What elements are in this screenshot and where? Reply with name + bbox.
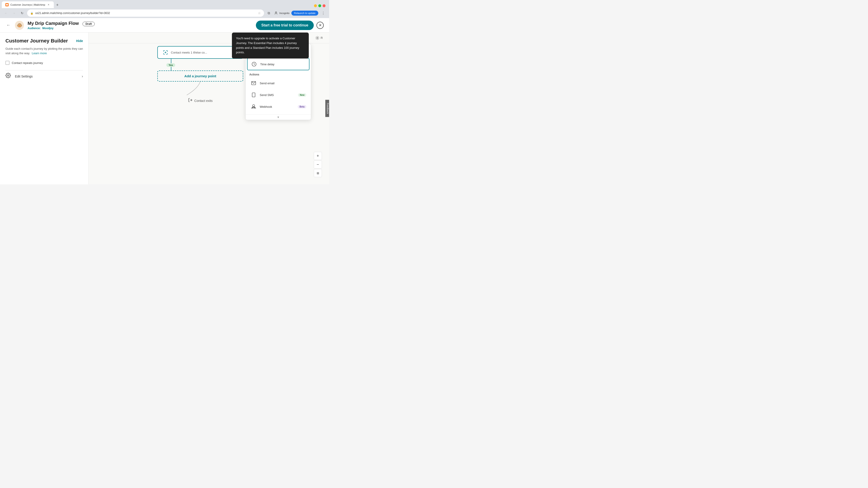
webhook-label: Webhook <box>260 105 272 108</box>
address-bar[interactable]: 🔒 us21.admin.mailchimp.com/customer-jour… <box>27 9 264 17</box>
settings-icon <box>5 73 13 80</box>
svg-point-1 <box>275 12 277 13</box>
close-header-button[interactable]: ✕ <box>316 22 324 29</box>
contact-repeats-label: Contact repeats journey <box>12 61 43 65</box>
sidebar-description: Guide each contact's journey by plotting… <box>5 46 83 55</box>
recenter-button[interactable]: R <box>313 35 326 41</box>
campaign-info: My Drip Campaign Flow Draft Audience: Mo… <box>28 21 252 30</box>
beta-badge: Beta <box>298 105 306 108</box>
contact-exits-node: Contact exits <box>185 95 215 106</box>
send-sms-label: Send SMS <box>260 93 274 97</box>
contact-repeats-row[interactable]: Contact repeats journey <box>5 61 83 65</box>
audience-name: Moodjoy <box>42 27 53 30</box>
main-area: Customer Journey Builder Hide Guide each… <box>0 33 329 184</box>
svg-point-2 <box>7 75 9 76</box>
clock-icon <box>251 61 257 68</box>
browser-chrome: Customer Journeys | Mailchimp × + ← → ↻ … <box>0 0 329 18</box>
yes-badge: Yes <box>166 63 175 67</box>
new-tab-button[interactable]: + <box>54 2 61 8</box>
feedback-tab[interactable]: Feedback <box>325 100 329 117</box>
tab-close-icon[interactable]: × <box>47 3 50 6</box>
edit-settings-row[interactable]: Edit Settings › <box>5 70 83 82</box>
draft-badge: Draft <box>83 22 95 26</box>
svg-rect-12 <box>252 93 255 97</box>
back-button[interactable]: ← <box>3 10 9 16</box>
browser-tab-active[interactable]: Customer Journeys | Mailchimp × <box>2 1 54 8</box>
extensions-button[interactable]: ⧉ <box>266 10 272 16</box>
phone-icon <box>250 92 257 98</box>
actions-section-label: Actions <box>246 71 311 77</box>
tab-title: Customer Journeys | Mailchimp <box>10 3 45 6</box>
browser-toolbar: ← → ↻ 🔒 us21.admin.mailchimp.com/custome… <box>0 8 329 18</box>
menu-button[interactable]: ⋮ <box>320 10 327 16</box>
sidebar-title: Customer Journey Builder <box>5 38 68 44</box>
exit-icon <box>188 98 193 103</box>
send-email-label: Send email <box>260 82 274 85</box>
lock-icon: 🔒 <box>30 12 33 15</box>
settings-label: Edit Settings <box>15 74 33 78</box>
sidebar-header: Customer Journey Builder Hide <box>5 38 83 44</box>
contact-repeats-checkbox[interactable] <box>5 61 9 65</box>
header-right: Start a free trial to continue ✕ <box>256 21 324 30</box>
settings-chevron-icon: › <box>82 74 83 78</box>
zoom-in-button[interactable]: + <box>314 152 322 160</box>
campaign-title: My Drip Campaign Flow <box>28 21 79 26</box>
relaunch-button[interactable]: Relaunch to update <box>291 11 318 15</box>
email-icon <box>250 80 257 87</box>
zoom-out-button[interactable]: − <box>314 160 322 168</box>
app-container: ← 🐵 My Drip Campaign Flow Draft Audience… <box>0 18 329 184</box>
address-text: us21.admin.mailchimp.com/customer-journe… <box>35 11 256 15</box>
journey-flow: Contact meets 1 if/else co... Yes Add a … <box>157 46 243 106</box>
canvas[interactable]: R Contact meets 1 if/else co... Yes <box>89 33 329 184</box>
reload-button[interactable]: ↻ <box>19 10 25 16</box>
favicon <box>5 3 8 6</box>
panel-item-send-email[interactable]: Send email <box>247 77 309 89</box>
svg-point-0 <box>6 4 8 6</box>
window-minimize-icon[interactable] <box>314 4 317 7</box>
if-else-text: Contact meets 1 if/else co... <box>171 51 207 54</box>
contact-exits-label: Contact exits <box>194 99 213 103</box>
time-delay-label: Time delay <box>260 63 274 66</box>
back-nav-button[interactable]: ← <box>5 22 11 29</box>
bookmark-icon[interactable]: ☆ <box>258 11 261 15</box>
scroll-down-icon[interactable]: ▼ <box>277 116 280 119</box>
fit-button[interactable]: ⊞ <box>314 169 322 177</box>
panel-item-send-sms[interactable]: Send SMS New <box>247 89 309 101</box>
campaign-audience: Audience: Moodjoy <box>28 27 252 30</box>
hide-button[interactable]: Hide <box>76 39 83 43</box>
add-journey-point-button[interactable]: Add a journey point <box>157 70 243 82</box>
webhook-icon <box>250 103 257 110</box>
zoom-controls: + − ⊞ <box>314 152 322 177</box>
trial-button[interactable]: Start a free trial to continue <box>256 21 314 30</box>
app-header: ← 🐵 My Drip Campaign Flow Draft Audience… <box>0 18 329 33</box>
panel-item-time-delay[interactable]: Time delay <box>247 58 309 70</box>
if-else-icon <box>162 49 168 56</box>
sidebar: Customer Journey Builder Hide Guide each… <box>0 33 89 184</box>
if-else-node[interactable]: Contact meets 1 if/else co... <box>157 46 243 59</box>
incognito-display: Incognito <box>274 11 289 15</box>
trial-tooltip-text: You'll need to upgrade to activate a Cus… <box>236 37 299 54</box>
logo: 🐵 <box>15 21 24 30</box>
learn-more-link[interactable]: Learn more <box>32 52 47 55</box>
window-maximize-icon[interactable] <box>318 4 321 7</box>
window-close-icon[interactable] <box>322 4 326 7</box>
recenter-label: R <box>321 36 323 39</box>
trial-tooltip: You'll need to upgrade to activate a Cus… <box>232 33 309 59</box>
new-badge: New <box>298 93 306 97</box>
recenter-icon <box>315 36 319 40</box>
forward-button[interactable]: → <box>11 10 17 16</box>
svg-point-3 <box>317 37 318 38</box>
panel-item-webhook[interactable]: Webhook Beta <box>247 101 309 112</box>
